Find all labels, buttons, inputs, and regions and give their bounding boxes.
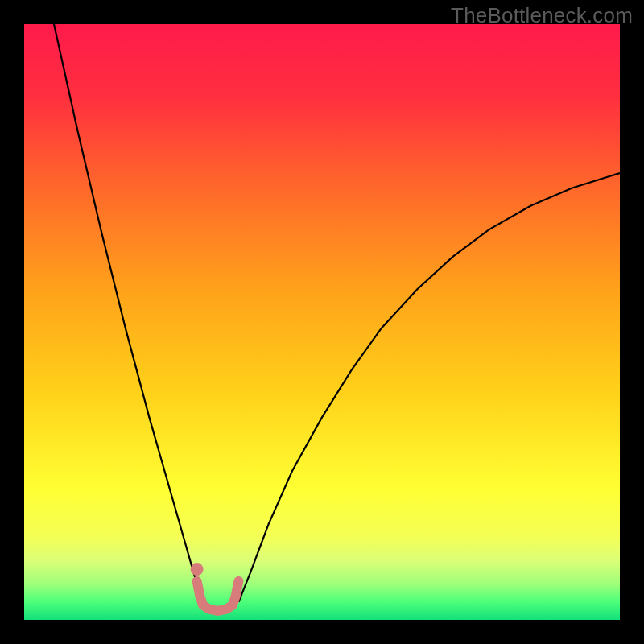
series-highlight-dot [191,563,204,576]
chart-plot-area [24,24,620,620]
chart-frame: TheBottleneck.com [0,0,644,644]
chart-svg [24,24,620,620]
chart-background [24,24,620,620]
watermark-label: TheBottleneck.com [451,3,633,28]
